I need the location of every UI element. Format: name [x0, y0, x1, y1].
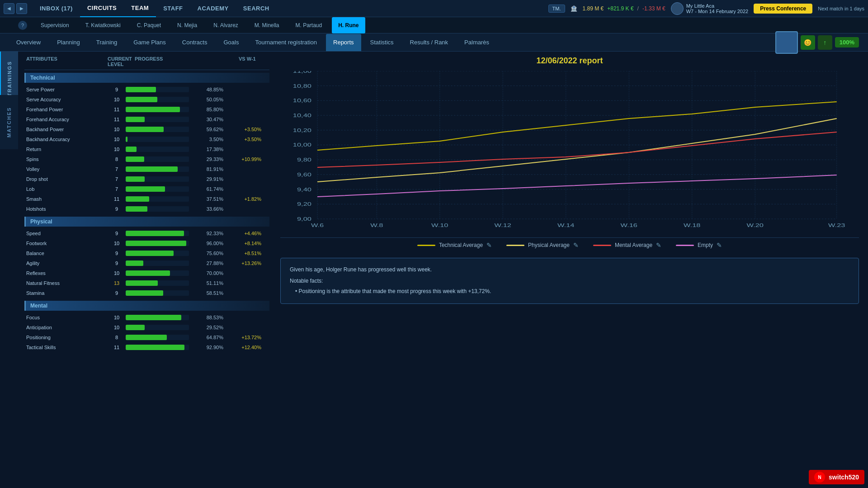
side-tab-matches[interactable]: MATCHES: [0, 95, 18, 149]
attr-level: 10: [108, 137, 126, 142]
attr-bar-fill: [126, 335, 167, 340]
player-tab-mejia[interactable]: N. Mejia: [171, 17, 203, 33]
tab-results[interactable]: Results / Rank: [403, 34, 456, 51]
legend-empty-line: [676, 245, 694, 246]
legend-mental-label: Mental Average: [615, 242, 652, 248]
attr-bar-container: [126, 251, 189, 256]
tab-planning[interactable]: Planning: [50, 34, 87, 51]
attr-name: Tactical Skills: [26, 345, 108, 350]
tab-overview[interactable]: Overview: [9, 34, 48, 51]
table-row: Focus 10 88.53%: [24, 313, 269, 322]
attr-pct: 37.51%: [193, 196, 225, 202]
nav-inbox[interactable]: INBOX (17): [33, 0, 80, 17]
player-tab-paquet[interactable]: C. Paquet: [131, 17, 167, 33]
player-tab-rune[interactable]: H. Rune: [332, 17, 365, 33]
col-level: CURRENT LEVEL: [108, 56, 135, 67]
nav-team[interactable]: TEAM: [124, 0, 156, 17]
svg-text:W.18: W.18: [684, 223, 700, 228]
table-row: Lob 7 61.74%: [24, 184, 269, 194]
tab-reports[interactable]: Reports: [326, 34, 361, 51]
tab-training[interactable]: Training: [89, 34, 124, 51]
club-avatar: [671, 2, 684, 15]
forward-arrow[interactable]: ▶: [16, 3, 27, 14]
table-row: Forehand Accuracy 11 30.47%: [24, 114, 269, 124]
attr-level: 9: [108, 206, 126, 212]
attr-name: Volley: [26, 166, 108, 172]
svg-text:9,80: 9,80: [297, 157, 311, 162]
attr-pct: 29.33%: [193, 156, 225, 162]
progress-badge: 100%: [835, 37, 859, 47]
nav-circuits[interactable]: CIRCUITS: [80, 0, 124, 17]
player-tab-alvarez[interactable]: N. Alvarez: [207, 17, 245, 33]
legend-technical: Technical Average ✎: [417, 242, 492, 249]
attr-name: Footwork: [26, 241, 108, 246]
table-row: Anticipation 10 29.52%: [24, 322, 269, 332]
attr-bar-container: [126, 280, 189, 286]
player-tab-supervision[interactable]: Supervision: [34, 17, 75, 33]
attr-bar-fill: [126, 176, 145, 182]
table-row: Serve Accuracy 10 50.05%: [24, 95, 269, 104]
table-row: Natural Fitness 13 51.11%: [24, 278, 269, 288]
chart-svg: 11,00 10,80 10,60 10,40 10,20 10,00 9,80…: [280, 71, 859, 234]
attr-bar-container: [126, 176, 189, 182]
attr-bar-container: [126, 147, 189, 152]
tab-contracts[interactable]: Contracts: [175, 34, 215, 51]
legend-mental-line: [593, 245, 611, 246]
help-icon[interactable]: ?: [18, 21, 27, 30]
currency-info: 1.89 M € +821.9 K € / -1.33 M €: [583, 5, 665, 12]
table-row: Speed 9 92.33% +4.46%: [24, 228, 269, 238]
tab-statistics[interactable]: Statistics: [363, 34, 401, 51]
attr-bar-fill: [126, 87, 156, 92]
attr-level: 9: [108, 231, 126, 236]
legend-mental-icon[interactable]: ✎: [656, 242, 661, 249]
table-row: Backhand Power 10 59.62% +3.50%: [24, 124, 269, 134]
nav-academy[interactable]: ACADEMY: [190, 0, 236, 17]
attr-bar-container: [126, 137, 189, 142]
attr-name: Return: [26, 147, 108, 152]
nintendo-logo: N: [814, 472, 825, 483]
tab-goals[interactable]: Goals: [216, 34, 246, 51]
attr-name: Lob: [26, 186, 108, 192]
tab-gameplans[interactable]: Game Plans: [126, 34, 173, 51]
attr-name: Natural Fitness: [26, 280, 108, 286]
player-tab-kwiatkowski[interactable]: T. Kwiatkowski: [79, 17, 127, 33]
player-tab-partaud[interactable]: M. Partaud: [289, 17, 329, 33]
attr-pct: 29.52%: [193, 325, 225, 330]
legend-technical-icon[interactable]: ✎: [486, 242, 492, 249]
svg-text:10,60: 10,60: [293, 99, 312, 104]
attr-bar-container: [126, 87, 189, 92]
attr-pct: 3.50%: [193, 137, 225, 142]
attr-bar-fill: [126, 166, 178, 172]
tab-palmares[interactable]: Palmarès: [457, 34, 496, 51]
nav-staff[interactable]: STAFF: [156, 0, 190, 17]
attr-name: Serve Accuracy: [26, 97, 108, 102]
attr-bar-container: [126, 97, 189, 102]
player-nav: ? Supervision T. Kwiatkowski C. Paquet N…: [0, 17, 868, 33]
table-row: Footwork 10 96.00% +8.14%: [24, 238, 269, 248]
attr-progress: +4.46%: [225, 231, 261, 236]
legend-physical-icon[interactable]: ✎: [573, 242, 579, 249]
attr-bar-container: [126, 325, 189, 330]
svg-text:10,40: 10,40: [293, 113, 312, 118]
legend-empty-icon[interactable]: ✎: [717, 242, 722, 249]
attr-bar-container: [126, 270, 189, 276]
attr-level: 9: [108, 251, 126, 256]
tab-tournament[interactable]: Tournament registration: [248, 34, 324, 51]
nav-search[interactable]: SEARCH: [236, 0, 277, 17]
attr-bar-fill: [126, 315, 181, 320]
attr-pct: 81.91%: [193, 166, 225, 172]
attr-pct: 88.53%: [193, 315, 225, 320]
attr-progress: +8.51%: [225, 251, 261, 256]
back-arrow[interactable]: ◀: [4, 3, 14, 14]
nintendo-badge: N switch520: [809, 470, 864, 484]
currency-icon: 🏦: [571, 5, 577, 12]
player-tab-minella[interactable]: M. Minella: [248, 17, 286, 33]
attr-level: 11: [108, 196, 126, 202]
attr-bar-fill: [126, 127, 164, 132]
attr-pct: 70.00%: [193, 270, 225, 276]
attr-level: 10: [108, 315, 126, 320]
attr-name: Spins: [26, 156, 108, 162]
attr-bar-fill: [126, 345, 184, 350]
press-conference-button[interactable]: Press Conference: [754, 4, 812, 14]
attr-bar-fill: [126, 137, 127, 142]
